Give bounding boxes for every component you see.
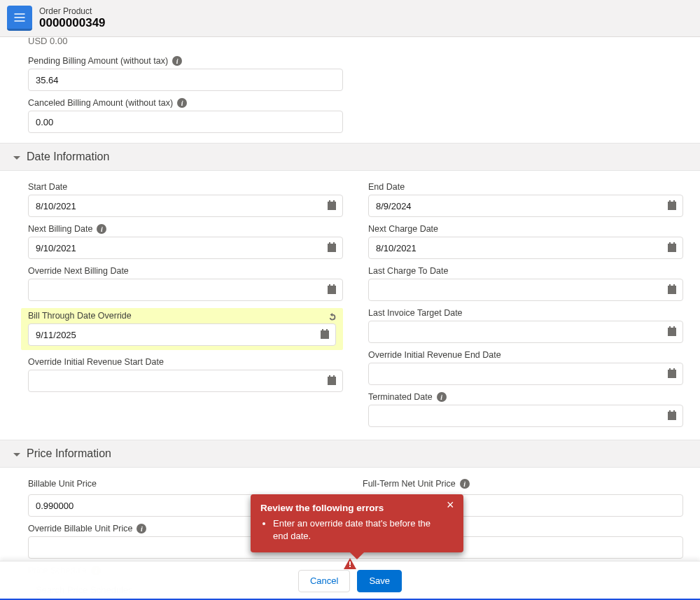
end-date-input[interactable] bbox=[368, 195, 683, 217]
field-end-date: End Date bbox=[368, 182, 683, 217]
field-last-invoice-target-date: Last Invoice Target Date bbox=[368, 308, 683, 343]
undo-icon[interactable] bbox=[328, 312, 337, 322]
field-bill-through-date-override: Bill Through Date Override bbox=[21, 308, 343, 350]
error-title: Review the following errors bbox=[260, 503, 440, 513]
field-next-charge-date: Next Charge Date bbox=[368, 224, 683, 259]
section-price-information-title: Price Information bbox=[27, 447, 111, 460]
calendar-icon[interactable] bbox=[326, 284, 337, 295]
override-billable-unit-price-label: Override Billable Unit Price bbox=[28, 524, 132, 533]
pending-billing-amount-label: Pending Billing Amount (without tax) bbox=[28, 56, 168, 66]
next-charge-date-label: Next Charge Date bbox=[368, 224, 438, 234]
section-date-information-title: Date Information bbox=[27, 151, 109, 163]
calendar-icon[interactable] bbox=[319, 329, 330, 340]
warning-triangle-icon bbox=[344, 558, 356, 569]
calendar-icon[interactable] bbox=[326, 200, 337, 211]
next-billing-date-input[interactable] bbox=[28, 237, 343, 259]
field-override-initial-rev-end: Override Initial Revenue End Date bbox=[368, 350, 683, 385]
field-pending-billing-amount: Pending Billing Amount (without tax) i bbox=[28, 56, 672, 91]
last-invoice-target-date-label: Last Invoice Target Date bbox=[368, 308, 463, 318]
calendar-icon[interactable] bbox=[326, 242, 337, 253]
next-billing-date-label: Next Billing Date bbox=[28, 224, 92, 234]
svg-rect-1 bbox=[349, 566, 351, 567]
start-date-input[interactable] bbox=[28, 195, 343, 217]
svg-rect-0 bbox=[349, 561, 351, 565]
calendar-icon[interactable] bbox=[666, 284, 678, 295]
terminated-date-label: Terminated Date bbox=[368, 392, 433, 402]
canceled-billing-amount-input[interactable] bbox=[28, 111, 343, 133]
section-price-information[interactable]: Price Information bbox=[0, 440, 700, 468]
field-next-billing-date: Next Billing Date i bbox=[28, 224, 343, 259]
field-billable-unit-price: Billable Unit Price bbox=[28, 479, 337, 489]
info-icon[interactable]: i bbox=[437, 392, 447, 402]
override-initial-rev-end-input[interactable] bbox=[368, 363, 683, 385]
info-icon[interactable]: i bbox=[97, 224, 106, 234]
error-popover: × Review the following errors Enter an o… bbox=[251, 494, 463, 552]
next-charge-date-input[interactable] bbox=[368, 237, 683, 259]
chevron-down-icon bbox=[13, 153, 21, 161]
end-date-label: End Date bbox=[368, 182, 405, 192]
field-terminated-date: Terminated Date i bbox=[368, 392, 683, 427]
override-next-billing-date-label: Override Next Billing Date bbox=[28, 266, 129, 276]
override-initial-rev-start-input[interactable] bbox=[28, 370, 343, 392]
prev-field-partial: USD 0.00 bbox=[0, 36, 700, 46]
record-type-label: Order Product bbox=[39, 6, 106, 16]
field-override-initial-rev-start: Override Initial Revenue Start Date bbox=[28, 357, 343, 392]
start-date-label: Start Date bbox=[28, 182, 67, 192]
chevron-down-icon bbox=[13, 449, 21, 458]
field-start-date: Start Date bbox=[28, 182, 343, 217]
last-charge-to-date-label: Last Charge To Date bbox=[368, 266, 448, 276]
bill-through-date-override-label: Bill Through Date Override bbox=[28, 311, 132, 321]
record-header: Order Product 0000000349 bbox=[0, 0, 700, 37]
calendar-icon[interactable] bbox=[666, 242, 678, 253]
calendar-icon[interactable] bbox=[666, 326, 678, 337]
override-next-billing-date-input[interactable] bbox=[28, 279, 343, 301]
order-product-icon bbox=[7, 6, 32, 31]
record-number: 0000000349 bbox=[39, 16, 106, 30]
info-icon[interactable]: i bbox=[136, 524, 146, 533]
field-canceled-billing-amount: Canceled Billing Amount (without tax) i bbox=[28, 98, 672, 133]
last-charge-to-date-input[interactable] bbox=[368, 279, 683, 301]
field-override-next-billing-date: Override Next Billing Date bbox=[28, 266, 343, 301]
calendar-icon[interactable] bbox=[326, 375, 337, 386]
section-date-information[interactable]: Date Information bbox=[0, 143, 700, 171]
billable-unit-price-label: Billable Unit Price bbox=[28, 479, 97, 489]
field-last-charge-to-date: Last Charge To Date bbox=[368, 266, 683, 301]
terminated-date-input[interactable] bbox=[368, 405, 683, 427]
cancel-button[interactable]: Cancel bbox=[298, 570, 350, 592]
save-button[interactable]: Save bbox=[357, 570, 402, 592]
info-icon[interactable]: i bbox=[177, 98, 187, 108]
info-icon[interactable]: i bbox=[460, 479, 470, 489]
canceled-billing-amount-label: Canceled Billing Amount (without tax) bbox=[28, 98, 173, 108]
close-icon[interactable]: × bbox=[447, 500, 456, 510]
info-icon[interactable]: i bbox=[172, 56, 182, 66]
calendar-icon[interactable] bbox=[666, 410, 678, 421]
field-full-term-net-unit-price: Full-Term Net Unit Price i bbox=[363, 479, 672, 489]
pending-billing-amount-input[interactable] bbox=[28, 69, 343, 91]
last-invoice-target-date-input[interactable] bbox=[368, 321, 683, 343]
full-term-net-unit-price-label: Full-Term Net Unit Price bbox=[363, 479, 456, 489]
override-initial-rev-end-label: Override Initial Revenue End Date bbox=[368, 350, 501, 360]
calendar-icon[interactable] bbox=[666, 368, 678, 379]
bill-through-date-override-input[interactable] bbox=[28, 323, 336, 346]
override-initial-rev-start-label: Override Initial Revenue Start Date bbox=[28, 357, 164, 367]
calendar-icon[interactable] bbox=[666, 200, 678, 211]
error-item: Enter an override date that's before the… bbox=[273, 517, 440, 543]
